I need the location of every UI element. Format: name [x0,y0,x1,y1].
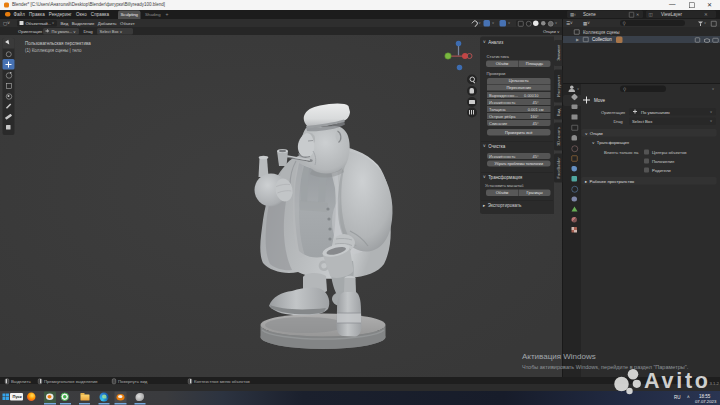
svg-text:Avito: Avito [644,369,711,393]
